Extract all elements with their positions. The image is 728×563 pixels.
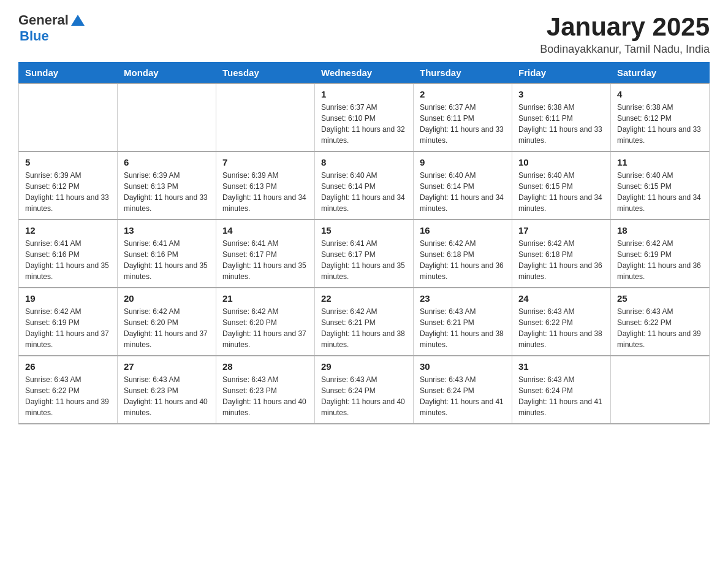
day-info: Sunrise: 6:42 AMSunset: 6:20 PMDaylight:… xyxy=(124,306,210,350)
day-number: 27 xyxy=(124,361,210,372)
day-header-tuesday: Tuesday xyxy=(216,63,315,84)
day-number: 20 xyxy=(124,293,210,304)
day-number: 5 xyxy=(25,157,111,167)
calendar-cell: 7Sunrise: 6:39 AMSunset: 6:13 PMDaylight… xyxy=(216,151,315,220)
calendar-cell: 22Sunrise: 6:42 AMSunset: 6:21 PMDayligh… xyxy=(315,288,414,356)
day-info: Sunrise: 6:43 AMSunset: 6:24 PMDaylight:… xyxy=(420,374,506,418)
calendar-cell: 12Sunrise: 6:41 AMSunset: 6:16 PMDayligh… xyxy=(19,220,118,288)
logo-triangle-icon xyxy=(71,15,85,26)
calendar-cell: 11Sunrise: 6:40 AMSunset: 6:15 PMDayligh… xyxy=(611,151,710,220)
day-header-saturday: Saturday xyxy=(611,63,710,84)
calendar-cell: 15Sunrise: 6:41 AMSunset: 6:17 PMDayligh… xyxy=(315,220,414,288)
month-year-title: January 2025 xyxy=(540,12,710,42)
day-info: Sunrise: 6:43 AMSunset: 6:22 PMDaylight:… xyxy=(617,306,703,350)
day-info: Sunrise: 6:40 AMSunset: 6:15 PMDaylight:… xyxy=(617,170,703,214)
calendar-cell: 5Sunrise: 6:39 AMSunset: 6:12 PMDaylight… xyxy=(19,151,118,220)
day-number: 22 xyxy=(321,293,407,304)
day-number: 8 xyxy=(321,157,407,167)
day-info: Sunrise: 6:43 AMSunset: 6:23 PMDaylight:… xyxy=(222,374,308,418)
calendar-cell: 26Sunrise: 6:43 AMSunset: 6:22 PMDayligh… xyxy=(19,356,118,424)
day-number: 12 xyxy=(25,225,111,236)
calendar-week-row: 1Sunrise: 6:37 AMSunset: 6:10 PMDaylight… xyxy=(19,83,710,151)
day-info: Sunrise: 6:41 AMSunset: 6:17 PMDaylight:… xyxy=(321,238,407,282)
day-number: 17 xyxy=(518,225,604,236)
day-number: 13 xyxy=(124,225,210,236)
day-info: Sunrise: 6:40 AMSunset: 6:14 PMDaylight:… xyxy=(420,170,506,214)
calendar-cell: 23Sunrise: 6:43 AMSunset: 6:21 PMDayligh… xyxy=(414,288,512,356)
calendar-cell xyxy=(216,83,315,151)
day-number: 11 xyxy=(617,157,703,167)
calendar-cell xyxy=(19,83,118,151)
calendar-week-row: 5Sunrise: 6:39 AMSunset: 6:12 PMDaylight… xyxy=(19,151,710,220)
calendar-cell: 27Sunrise: 6:43 AMSunset: 6:23 PMDayligh… xyxy=(118,356,216,424)
day-number: 18 xyxy=(617,225,703,236)
day-info: Sunrise: 6:42 AMSunset: 6:20 PMDaylight:… xyxy=(222,306,308,350)
calendar-cell: 10Sunrise: 6:40 AMSunset: 6:15 PMDayligh… xyxy=(512,151,611,220)
day-info: Sunrise: 6:39 AMSunset: 6:13 PMDaylight:… xyxy=(124,170,210,214)
title-area: January 2025 Bodinayakkanur, Tamil Nadu,… xyxy=(540,12,710,56)
day-info: Sunrise: 6:43 AMSunset: 6:21 PMDaylight:… xyxy=(420,306,506,350)
calendar-cell: 9Sunrise: 6:40 AMSunset: 6:14 PMDaylight… xyxy=(414,151,512,220)
day-info: Sunrise: 6:41 AMSunset: 6:17 PMDaylight:… xyxy=(222,238,308,282)
day-info: Sunrise: 6:37 AMSunset: 6:10 PMDaylight:… xyxy=(321,102,407,146)
day-number: 25 xyxy=(617,293,703,304)
calendar-cell: 18Sunrise: 6:42 AMSunset: 6:19 PMDayligh… xyxy=(611,220,710,288)
day-info: Sunrise: 6:37 AMSunset: 6:11 PMDaylight:… xyxy=(420,102,506,146)
day-info: Sunrise: 6:42 AMSunset: 6:18 PMDaylight:… xyxy=(518,238,604,282)
calendar-cell: 13Sunrise: 6:41 AMSunset: 6:16 PMDayligh… xyxy=(118,220,216,288)
calendar-cell: 1Sunrise: 6:37 AMSunset: 6:10 PMDaylight… xyxy=(315,83,414,151)
day-number: 6 xyxy=(124,157,210,167)
day-info: Sunrise: 6:39 AMSunset: 6:12 PMDaylight:… xyxy=(25,170,111,214)
day-info: Sunrise: 6:43 AMSunset: 6:24 PMDaylight:… xyxy=(518,374,604,418)
day-number: 9 xyxy=(420,157,506,167)
day-info: Sunrise: 6:43 AMSunset: 6:23 PMDaylight:… xyxy=(124,374,210,418)
day-number: 24 xyxy=(518,293,604,304)
day-number: 19 xyxy=(25,293,111,304)
day-number: 23 xyxy=(420,293,506,304)
day-number: 1 xyxy=(321,89,407,99)
day-number: 10 xyxy=(518,157,604,167)
day-info: Sunrise: 6:43 AMSunset: 6:22 PMDaylight:… xyxy=(518,306,604,350)
location-subtitle: Bodinayakkanur, Tamil Nadu, India xyxy=(540,43,710,56)
day-info: Sunrise: 6:42 AMSunset: 6:18 PMDaylight:… xyxy=(420,238,506,282)
day-info: Sunrise: 6:42 AMSunset: 6:19 PMDaylight:… xyxy=(25,306,111,350)
day-info: Sunrise: 6:40 AMSunset: 6:14 PMDaylight:… xyxy=(321,170,407,214)
day-info: Sunrise: 6:38 AMSunset: 6:11 PMDaylight:… xyxy=(518,102,604,146)
logo: General Blue xyxy=(18,12,85,44)
calendar-cell: 20Sunrise: 6:42 AMSunset: 6:20 PMDayligh… xyxy=(118,288,216,356)
day-number: 30 xyxy=(420,361,506,372)
day-info: Sunrise: 6:43 AMSunset: 6:22 PMDaylight:… xyxy=(25,374,111,418)
day-info: Sunrise: 6:40 AMSunset: 6:15 PMDaylight:… xyxy=(518,170,604,214)
calendar-cell: 31Sunrise: 6:43 AMSunset: 6:24 PMDayligh… xyxy=(512,356,611,424)
day-number: 21 xyxy=(222,293,308,304)
day-number: 31 xyxy=(518,361,604,372)
day-info: Sunrise: 6:41 AMSunset: 6:16 PMDaylight:… xyxy=(25,238,111,282)
calendar-week-row: 26Sunrise: 6:43 AMSunset: 6:22 PMDayligh… xyxy=(19,356,710,424)
calendar-cell: 17Sunrise: 6:42 AMSunset: 6:18 PMDayligh… xyxy=(512,220,611,288)
calendar-table: SundayMondayTuesdayWednesdayThursdayFrid… xyxy=(18,62,710,424)
day-info: Sunrise: 6:42 AMSunset: 6:21 PMDaylight:… xyxy=(321,306,407,350)
calendar-cell: 6Sunrise: 6:39 AMSunset: 6:13 PMDaylight… xyxy=(118,151,216,220)
day-number: 28 xyxy=(222,361,308,372)
calendar-cell: 14Sunrise: 6:41 AMSunset: 6:17 PMDayligh… xyxy=(216,220,315,288)
day-number: 16 xyxy=(420,225,506,236)
day-header-sunday: Sunday xyxy=(19,63,118,84)
calendar-cell: 24Sunrise: 6:43 AMSunset: 6:22 PMDayligh… xyxy=(512,288,611,356)
day-number: 2 xyxy=(420,89,506,99)
day-info: Sunrise: 6:39 AMSunset: 6:13 PMDaylight:… xyxy=(222,170,308,214)
day-number: 7 xyxy=(222,157,308,167)
calendar-cell: 28Sunrise: 6:43 AMSunset: 6:23 PMDayligh… xyxy=(216,356,315,424)
calendar-cell xyxy=(611,356,710,424)
calendar-week-row: 12Sunrise: 6:41 AMSunset: 6:16 PMDayligh… xyxy=(19,220,710,288)
day-info: Sunrise: 6:38 AMSunset: 6:12 PMDaylight:… xyxy=(617,102,703,146)
day-info: Sunrise: 6:41 AMSunset: 6:16 PMDaylight:… xyxy=(124,238,210,282)
day-number: 15 xyxy=(321,225,407,236)
calendar-cell: 25Sunrise: 6:43 AMSunset: 6:22 PMDayligh… xyxy=(611,288,710,356)
svg-marker-0 xyxy=(71,15,85,26)
calendar-cell: 8Sunrise: 6:40 AMSunset: 6:14 PMDaylight… xyxy=(315,151,414,220)
calendar-cell: 30Sunrise: 6:43 AMSunset: 6:24 PMDayligh… xyxy=(414,356,512,424)
calendar-cell: 4Sunrise: 6:38 AMSunset: 6:12 PMDaylight… xyxy=(611,83,710,151)
page-header: General Blue January 2025 Bodinayakkanur… xyxy=(18,12,710,56)
logo-text-blue: Blue xyxy=(20,28,49,44)
day-number: 29 xyxy=(321,361,407,372)
